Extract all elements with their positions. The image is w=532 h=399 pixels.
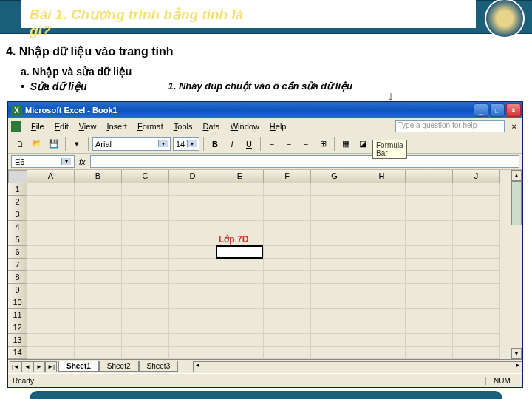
cell[interactable] — [264, 221, 311, 233]
row-header-13[interactable]: 13 — [8, 334, 27, 347]
col-header-e[interactable]: E — [216, 170, 264, 183]
cell[interactable] — [311, 284, 358, 296]
cell[interactable] — [216, 347, 264, 359]
cell[interactable] — [311, 271, 358, 284]
cell[interactable] — [75, 296, 122, 309]
cell[interactable] — [75, 309, 122, 321]
menu-file[interactable]: File — [26, 120, 50, 132]
italic-button[interactable]: I — [225, 137, 239, 151]
tab-nav-first-icon[interactable]: |◄ — [10, 361, 21, 372]
cell[interactable] — [358, 309, 406, 321]
cell[interactable] — [406, 246, 453, 259]
minimize-button[interactable]: _ — [474, 103, 488, 117]
cell[interactable] — [453, 233, 500, 246]
cell[interactable] — [122, 321, 169, 334]
cell[interactable] — [264, 246, 311, 259]
cell[interactable] — [122, 296, 169, 309]
cell[interactable] — [27, 347, 75, 359]
name-box[interactable]: E6▾ — [11, 155, 75, 168]
cell[interactable] — [453, 196, 500, 208]
cell[interactable] — [453, 221, 500, 233]
cell[interactable] — [122, 347, 169, 359]
cell[interactable] — [358, 259, 406, 271]
tab-nav-prev-icon[interactable]: ◄ — [21, 361, 33, 372]
row-header-12[interactable]: 12 — [8, 321, 27, 334]
cell[interactable] — [358, 334, 406, 347]
row-header-1[interactable]: 1 — [8, 183, 27, 196]
cell[interactable] — [453, 334, 500, 347]
cell[interactable] — [122, 246, 169, 259]
cell[interactable] — [169, 221, 216, 233]
cell[interactable] — [453, 183, 500, 196]
save-icon[interactable]: 💾 — [47, 137, 61, 151]
cell[interactable] — [264, 259, 311, 271]
cell[interactable] — [406, 259, 453, 271]
cell[interactable] — [311, 334, 358, 347]
col-header-f[interactable]: F — [264, 170, 311, 183]
cell[interactable] — [75, 246, 122, 259]
cell[interactable] — [75, 221, 122, 233]
borders-button[interactable]: ▦ — [338, 137, 353, 151]
bold-button[interactable]: B — [208, 137, 222, 151]
cell[interactable] — [169, 334, 216, 347]
cell[interactable] — [406, 284, 453, 296]
cell[interactable] — [75, 284, 122, 296]
cell[interactable] — [264, 271, 311, 284]
row-header-6[interactable]: 6 — [8, 246, 27, 259]
scroll-up-icon[interactable]: ▲ — [511, 170, 522, 181]
font-size-select[interactable]: 14▾ — [173, 137, 200, 151]
cell[interactable] — [169, 309, 216, 321]
formula-input[interactable] — [90, 155, 519, 168]
cell[interactable] — [311, 233, 358, 246]
sheet-tab-3[interactable]: Sheet3 — [139, 361, 179, 372]
cell[interactable] — [27, 284, 75, 296]
cell[interactable] — [169, 196, 216, 208]
cell[interactable] — [453, 259, 500, 271]
cell[interactable] — [122, 309, 169, 321]
cell[interactable] — [406, 296, 453, 309]
align-left-button[interactable]: ≡ — [265, 137, 279, 151]
cell[interactable] — [122, 196, 169, 208]
doc-close-button[interactable]: × — [509, 122, 519, 131]
cell[interactable] — [406, 347, 453, 359]
select-all-corner[interactable] — [8, 170, 27, 183]
horizontal-scrollbar[interactable] — [193, 361, 522, 372]
col-header-j[interactable]: J — [453, 170, 500, 183]
col-header-c[interactable]: C — [122, 170, 169, 183]
cell[interactable] — [169, 296, 216, 309]
toolbar-options-icon[interactable]: ▾ — [69, 137, 84, 151]
cell[interactable] — [453, 309, 500, 321]
close-button[interactable]: × — [506, 103, 521, 117]
menu-tools[interactable]: Tools — [168, 120, 198, 132]
cell[interactable] — [453, 208, 500, 221]
menu-data[interactable]: Data — [197, 120, 225, 132]
cell[interactable] — [358, 233, 406, 246]
maximize-button[interactable]: □ — [490, 103, 505, 117]
open-icon[interactable]: 📂 — [30, 137, 44, 151]
cell[interactable] — [216, 196, 264, 208]
cell[interactable] — [264, 233, 311, 246]
cell[interactable] — [216, 246, 264, 259]
row-header-10[interactable]: 10 — [8, 296, 27, 309]
cell[interactable] — [122, 259, 169, 271]
cell[interactable] — [75, 183, 122, 196]
cell[interactable] — [216, 334, 264, 347]
cell[interactable] — [27, 208, 75, 221]
titlebar[interactable]: X Microsoft Excel - Book1 _ □ × — [8, 102, 522, 118]
menu-window[interactable]: Window — [225, 120, 265, 132]
cell[interactable] — [358, 183, 406, 196]
cell[interactable] — [453, 246, 500, 259]
col-header-i[interactable]: I — [406, 170, 453, 183]
cell[interactable] — [264, 284, 311, 296]
cell[interactable] — [75, 334, 122, 347]
cell[interactable] — [453, 321, 500, 334]
cell[interactable] — [75, 259, 122, 271]
cell[interactable] — [264, 334, 311, 347]
cell[interactable] — [358, 296, 406, 309]
cell[interactable] — [27, 321, 75, 334]
col-header-g[interactable]: G — [311, 170, 358, 183]
cell[interactable] — [406, 208, 453, 221]
cell[interactable] — [406, 196, 453, 208]
cell-grid[interactable]: Lớp 7D — [27, 183, 500, 359]
menu-view[interactable]: View — [74, 120, 102, 132]
